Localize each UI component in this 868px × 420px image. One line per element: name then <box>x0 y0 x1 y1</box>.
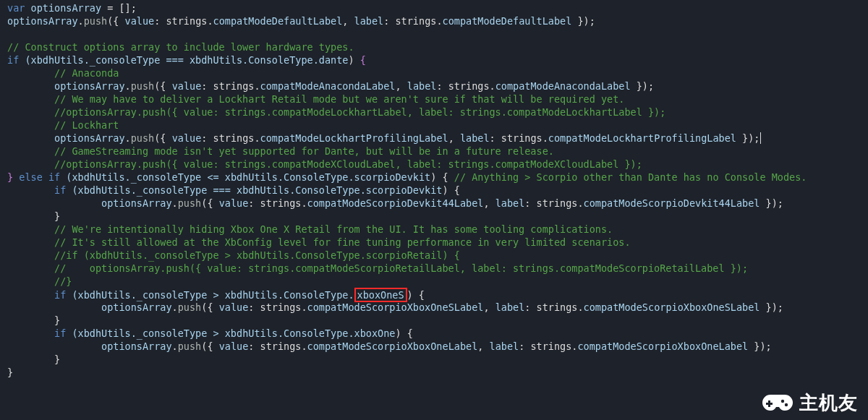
code-token: . <box>172 197 178 209</box>
code-token: // Lockhart <box>54 119 119 131</box>
code-token: value <box>219 340 249 352</box>
code-line: } <box>7 210 861 223</box>
code-token: optionsArray <box>54 80 125 92</box>
code-token: . <box>78 15 84 27</box>
code-line: var optionsArray = []; <box>7 1 861 14</box>
svg-point-3 <box>785 403 788 406</box>
code-token: ({ <box>154 80 171 92</box>
code-token: , <box>342 15 354 27</box>
indent <box>7 340 101 352</box>
code-token: label <box>495 301 525 313</box>
code-token: compatModeLockhartProfilingLabel <box>260 132 448 144</box>
code-token: (xbdhUtils._consoleType > xbdhUtils.Cons… <box>66 327 354 339</box>
code-token: : strings. <box>248 197 307 209</box>
code-token: push <box>178 197 202 209</box>
code-token: }); <box>571 15 595 27</box>
code-token: }); <box>736 132 760 144</box>
indent <box>7 93 54 105</box>
code-line: } <box>7 353 861 366</box>
code-token: xboxOne <box>354 327 396 339</box>
code-token: value <box>219 197 249 209</box>
code-token: label <box>460 132 490 144</box>
code-token: //optionsArray.push({ value: strings.com… <box>54 106 665 118</box>
code-token: // Construct options array to include lo… <box>7 41 354 53</box>
code-token: : strings. <box>248 340 307 352</box>
code-line: // It's still allowed at the XbConfig le… <box>7 236 861 249</box>
code-token: // optionsArray.push({ value: strings.co… <box>54 262 748 274</box>
indent <box>7 249 54 261</box>
indent <box>7 236 54 248</box>
code-line: // optionsArray.push({ value: strings.co… <box>7 262 861 275</box>
code-token: push <box>131 80 155 92</box>
code-line: optionsArray.push({ value: strings.compa… <box>7 132 861 145</box>
code-token: compatModeDefaultLabel <box>443 15 572 27</box>
code-token: : strings. <box>201 80 260 92</box>
gamepad-icon <box>762 393 793 413</box>
code-token: : strings. <box>524 197 583 209</box>
code-token: : strings. <box>383 15 442 27</box>
code-token: optionsArray <box>7 15 78 27</box>
svg-rect-1 <box>766 403 773 405</box>
code-line: // We're intentionally hiding Xbox One X… <box>7 223 861 236</box>
code-token: (xbdhUtils._consoleType === xbdhUtils.Co… <box>19 54 319 66</box>
code-token: value <box>219 301 249 313</box>
indent <box>7 158 54 170</box>
indent <box>7 67 54 79</box>
code-token: } <box>7 367 13 378</box>
code-token: } <box>54 314 60 326</box>
code-line: if (xbdhUtils._consoleType === xbdhUtils… <box>7 53 861 67</box>
code-token: compatModeAnacondaLabel <box>495 80 631 92</box>
code-line: // GameStreaming mode isn't yet supporte… <box>7 145 861 158</box>
code-token: = []; <box>107 2 137 14</box>
watermark-logo: 主机友 <box>762 393 858 413</box>
indent <box>7 80 54 92</box>
code-token: // Anything > Scorpio other than Dante h… <box>454 171 807 183</box>
code-token: } <box>54 210 60 222</box>
code-token: push <box>178 340 202 352</box>
code-token: optionsArray <box>54 132 125 144</box>
code-line: } <box>7 314 861 327</box>
code-token <box>7 28 13 40</box>
code-token: : strings. <box>436 80 495 92</box>
code-line: //if (xbdhUtils._consoleType > xbdhUtils… <box>7 249 861 262</box>
code-token: compatModeScorpioXboxOneLabel <box>577 340 748 352</box>
watermark-text: 主机友 <box>799 396 858 409</box>
code-token: optionsArray <box>31 2 108 14</box>
code-token: ({ <box>154 132 171 144</box>
svg-point-2 <box>781 400 784 403</box>
code-token: // It's still allowed at the XbConfig le… <box>54 236 631 248</box>
code-token: value <box>172 132 202 144</box>
code-line: //} <box>7 275 861 288</box>
code-token: if <box>54 184 66 196</box>
code-token: ({ <box>201 301 218 313</box>
code-line: if (xbdhUtils._consoleType > xbdhUtils.C… <box>7 288 861 301</box>
code-token: label <box>407 80 437 92</box>
code-token: { <box>360 54 366 66</box>
code-token: // Anaconda <box>54 67 119 79</box>
code-token: : strings. <box>248 301 307 313</box>
code-line <box>7 27 861 40</box>
code-token: optionsArray <box>101 197 172 209</box>
code-token: compatModeScorpioXboxOneSLabel <box>307 301 484 313</box>
code-token: push <box>131 132 155 144</box>
code-token: // GameStreaming mode isn't yet supporte… <box>54 145 554 157</box>
code-token: : strings. <box>201 132 260 144</box>
code-token: ({ <box>107 15 124 27</box>
code-token: dante <box>319 54 349 66</box>
highlight-token: xboxOneS <box>354 288 407 302</box>
code-token: if <box>54 327 66 339</box>
code-token: , <box>395 80 407 92</box>
indent <box>7 119 54 131</box>
code-token: compatModeScorpioXboxOneLabel <box>307 340 478 352</box>
code-line: //optionsArray.push({ value: strings.com… <box>7 106 861 119</box>
code-token: , <box>483 301 495 313</box>
code-token: : strings. <box>154 15 213 27</box>
code-token: compatModeLockhartProfilingLabel <box>548 132 736 144</box>
indent <box>7 314 54 326</box>
code-token: : strings. <box>490 132 548 144</box>
indent <box>7 353 54 365</box>
code-token: . <box>172 340 178 352</box>
code-token: ) { <box>442 184 459 196</box>
code-token: (xbdhUtils._consoleType > xbdhUtils.Cons… <box>66 289 354 301</box>
code-line: optionsArray.push({ value: strings.compa… <box>7 80 861 93</box>
